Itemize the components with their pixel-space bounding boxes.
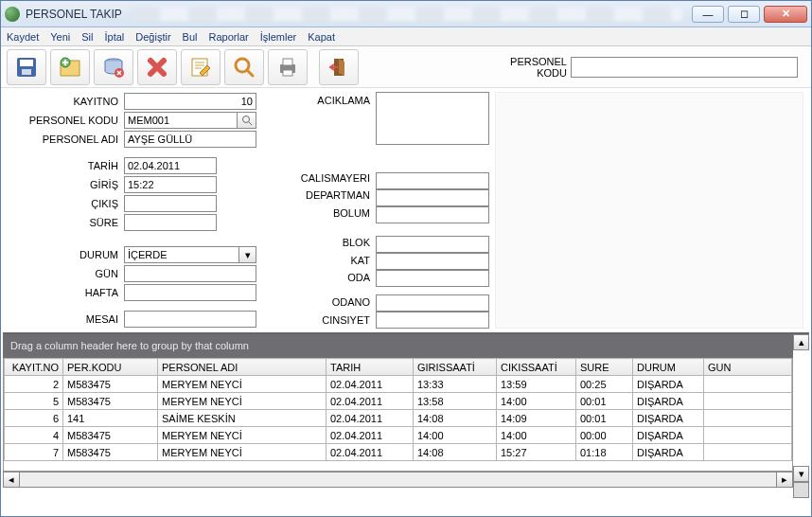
aciklama-label: ACIKLAMA (256, 95, 376, 106)
scroll-down-button[interactable]: ▾ (793, 466, 809, 482)
exit-button[interactable] (319, 49, 359, 85)
header-personel-kodu-label: PERSONELKODU (510, 56, 567, 79)
kat-input[interactable] (376, 253, 489, 270)
cell-perkodu: 141 (63, 410, 158, 427)
table-row[interactable]: 4 M583475 MERYEM NEYCİ 02.04.2011 14:00 … (5, 427, 792, 444)
cell-kayitno: 4 (5, 427, 63, 444)
door-exit-icon (327, 55, 351, 80)
departman-label: DEPARTMAN (256, 189, 376, 201)
sure-input[interactable] (124, 214, 217, 231)
cell-perkodu: M583475 (63, 444, 158, 461)
scroll-up-button[interactable]: ▴ (793, 334, 809, 350)
menu-bul[interactable]: Bul (183, 31, 198, 43)
search-icon (232, 55, 256, 80)
kayitno-input[interactable] (124, 93, 256, 110)
gun-label: GÜN (1, 268, 124, 279)
cancel-button[interactable] (137, 49, 177, 85)
personelkodu-input[interactable] (124, 112, 238, 129)
minimize-button[interactable]: — (692, 6, 724, 23)
close-button[interactable]: ✕ (764, 6, 807, 23)
cell-gun (704, 376, 792, 393)
blok-input[interactable] (376, 236, 489, 253)
cell-durum: DIŞARDA (633, 376, 704, 393)
title-blur (132, 8, 682, 21)
cell-cikis: 14:00 (497, 393, 576, 410)
mesai-input[interactable] (124, 311, 256, 328)
personelkodu-lookup-button[interactable] (238, 112, 256, 129)
aciklama-input[interactable] (376, 92, 489, 145)
cell-gun (704, 427, 792, 444)
giris-label: GİRİŞ (1, 179, 124, 190)
search-button[interactable] (224, 49, 264, 85)
cell-personeladi: SAİME KESKİN (158, 410, 327, 427)
col-sure[interactable]: SURE (576, 359, 633, 376)
personeladi-label: PERSONEL ADI (1, 134, 124, 145)
col-durum[interactable]: DURUM (633, 359, 704, 376)
durum-input[interactable] (124, 246, 239, 263)
group-panel[interactable]: Drag a column header here to group by th… (3, 334, 793, 358)
menu-iptal[interactable]: İptal (105, 31, 125, 43)
cell-giris: 14:08 (414, 444, 497, 461)
print-button[interactable] (268, 49, 308, 85)
menu-kapat[interactable]: Kapat (308, 31, 335, 43)
horizontal-scrollbar[interactable]: ◂ ▸ (3, 472, 793, 488)
cikis-input[interactable] (124, 195, 217, 212)
giris-input[interactable] (124, 176, 217, 193)
mesai-label: MESAI (1, 313, 124, 325)
menu-raporlar[interactable]: Raporlar (209, 31, 249, 43)
delete-db-button[interactable] (94, 49, 133, 85)
table-row[interactable]: 2 M583475 MERYEM NEYCİ 02.04.2011 13:33 … (5, 376, 792, 393)
cell-kayitno: 7 (5, 444, 63, 461)
svg-rect-2 (22, 69, 31, 75)
data-grid[interactable]: KAYIT.NO PER.KODU PERSONEL ADI TARIH GIR… (3, 358, 793, 472)
menu-islemler[interactable]: İşlemler (260, 31, 297, 43)
cell-perkodu: M583475 (63, 393, 158, 410)
cell-tarih: 02.04.2011 (327, 410, 414, 427)
col-cikissaati[interactable]: CIKISSAATİ (497, 359, 576, 376)
new-button[interactable] (50, 49, 90, 85)
cell-gun (704, 410, 792, 427)
col-personeladi[interactable]: PERSONEL ADI (158, 359, 327, 376)
col-kayitno[interactable]: KAYIT.NO (5, 359, 63, 376)
preview-panel (495, 92, 803, 329)
header-personel-kodu-input[interactable] (571, 57, 798, 78)
save-button[interactable] (7, 49, 46, 85)
col-girissaati[interactable]: GIRISSAATİ (414, 359, 497, 376)
hafta-input[interactable] (124, 284, 256, 301)
durum-label: DURUM (1, 249, 124, 260)
cell-durum: DIŞARDA (633, 393, 704, 410)
edit-button[interactable] (181, 49, 221, 85)
cell-kayitno: 6 (5, 410, 63, 427)
col-perkodu[interactable]: PER.KODU (63, 359, 158, 376)
durum-dropdown-button[interactable]: ▾ (239, 246, 256, 263)
database-delete-icon (101, 55, 126, 80)
odano-input[interactable] (376, 294, 489, 312)
cinsiyet-input[interactable] (376, 312, 489, 329)
col-tarih[interactable]: TARIH (327, 359, 414, 376)
menu-yeni[interactable]: Yeni (50, 31, 70, 43)
scroll-right-button[interactable]: ▸ (776, 472, 792, 487)
menu-sil[interactable]: Sil (81, 31, 93, 43)
personeladi-input[interactable] (124, 131, 256, 148)
table-header-row[interactable]: KAYIT.NO PER.KODU PERSONEL ADI TARIH GIR… (5, 359, 792, 376)
departman-input[interactable] (376, 189, 489, 206)
edit-icon (188, 55, 213, 80)
gun-input[interactable] (124, 265, 256, 282)
table-row[interactable]: 6 141 SAİME KESKİN 02.04.2011 14:08 14:0… (5, 410, 792, 427)
col-gun[interactable]: GUN (704, 359, 792, 376)
calismayeri-input[interactable] (376, 172, 489, 189)
bolum-input[interactable] (376, 206, 489, 223)
cell-durum: DIŞARDA (633, 410, 704, 427)
cell-cikis: 15:27 (497, 444, 576, 461)
menu-degistir[interactable]: Değiştir (135, 31, 170, 43)
maximize-button[interactable]: ◻ (728, 6, 760, 23)
floppy-icon (14, 55, 39, 80)
cell-personeladi: MERYEM NEYCİ (158, 376, 327, 393)
cell-cikis: 14:09 (497, 410, 576, 427)
tarih-input[interactable] (124, 157, 217, 174)
menu-kaydet[interactable]: Kaydet (7, 31, 39, 43)
table-row[interactable]: 5 M583475 MERYEM NEYCİ 02.04.2011 13:58 … (5, 393, 792, 410)
scroll-left-button[interactable]: ◂ (4, 472, 20, 487)
table-row[interactable]: 7 M583475 MERYEM NEYCİ 02.04.2011 14:08 … (5, 444, 792, 461)
oda-input[interactable] (376, 270, 489, 287)
